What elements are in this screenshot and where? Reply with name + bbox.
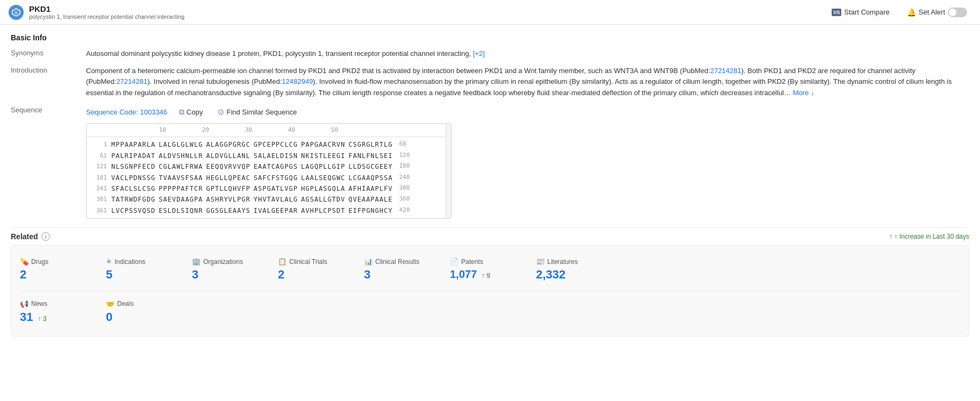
ruler-40: 40 (255, 126, 298, 135)
seq-num-6: 301 (91, 194, 107, 205)
related-title-group: Related i (11, 232, 50, 241)
indications-icon: ✳ (106, 257, 112, 266)
introduction-value: Component of a heteromeric calcium-perme… (86, 66, 969, 99)
news-value: 31 ↑ 3 (20, 310, 97, 324)
sequence-row: Sequence Sequence Code: 1003346 ⧉ Copy ⊙… (11, 105, 969, 219)
stat-news[interactable]: 📢 News 31 ↑ 3 (20, 298, 106, 326)
seq-seg-7-3: GGSGLEAAYS (206, 205, 251, 216)
seq-end-6: 360 (399, 194, 410, 205)
clinical-trials-icon: 📋 (278, 257, 287, 266)
find-similar-icon: ⊙ (218, 106, 224, 118)
seq-end-3: 180 (399, 161, 410, 172)
stat-clinical-trials[interactable]: 📋 Clinical Trials 2 (278, 255, 364, 284)
set-alert-label: Set Alert (919, 8, 945, 16)
header: G PKD1 polycystin 1, transient receptor … (0, 0, 980, 25)
header-left: G PKD1 polycystin 1, transient receptor … (9, 4, 184, 20)
stat-literatures[interactable]: 📰 Literatures 2,332 (536, 255, 622, 284)
patents-icon: 📄 (450, 257, 459, 266)
related-header: Related i ↑ ↑ Increase in Last 30 days (11, 227, 969, 241)
seq-row-1: 1 MPPAAPARLA LALGLGLWLG ALAGGPGRGC GPCEP… (91, 139, 447, 150)
stats-container: 💊 Drugs 2 ✳ Indications 5 🏢 Organization… (11, 245, 969, 336)
seq-seg-3-1: NLSGNPFECD (111, 161, 155, 172)
deals-label: Deals (117, 300, 134, 307)
copy-button[interactable]: ⧉ Copy (176, 105, 206, 119)
seq-seg-3-6: LLDSGCGEEY (348, 161, 392, 172)
ruler-10: 10 (123, 126, 169, 135)
ruler-30: 30 (212, 126, 255, 135)
stat-indications[interactable]: ✳ Indications 5 (106, 255, 192, 284)
introduction-label: Introduction (11, 66, 86, 74)
seq-seg-2-1: PALRIPADAT (111, 151, 155, 161)
seq-seg-6-4: YHVTAVLALG (254, 194, 298, 205)
ruler-20: 20 (169, 126, 212, 135)
introduction-more-link[interactable]: More ↓ (793, 89, 814, 97)
seq-seg-3-4: EAATCAGPGS (254, 161, 298, 172)
sequence-box: 10 20 30 40 50 1 MPPAAPARLA LALGLGLWLG A… (86, 123, 452, 219)
patents-badge: ↑ 9 (482, 272, 490, 280)
organizations-label: Organizations (203, 258, 243, 266)
deals-icon: 🤝 (106, 300, 115, 308)
pubmed-link-1[interactable]: 27214281 (710, 67, 741, 75)
drugs-label-group: 💊 Drugs (20, 257, 97, 266)
seq-end-5: 300 (399, 183, 410, 194)
organizations-value: 3 (192, 268, 269, 282)
stat-deals[interactable]: 🤝 Deals 0 (106, 298, 192, 326)
seq-seg-6-2: SAEVDAAGPA (159, 194, 203, 205)
scrollbar[interactable] (446, 124, 451, 218)
related-info-icon[interactable]: i (41, 232, 50, 241)
seq-num-1: 1 (91, 139, 107, 150)
clinical-results-icon: 📊 (364, 257, 373, 266)
seq-seg-4-4: SAFCFSTGQG (254, 173, 298, 183)
sequence-value: Sequence Code: 1003346 ⧉ Copy ⊙ Find Sim… (86, 105, 969, 219)
clinical-results-label-group: 📊 Clinical Results (364, 257, 441, 266)
seq-num-5: 241 (91, 183, 107, 194)
drugs-label: Drugs (31, 258, 48, 266)
seq-seg-6-5: AGSALLGTDV (301, 194, 345, 205)
seq-end-1: 60 (399, 139, 406, 150)
seq-seg-1-5: PAPGAACRVN (301, 139, 345, 150)
indications-value: 5 (106, 268, 183, 282)
copy-icon: ⧉ (179, 106, 184, 118)
stat-drugs[interactable]: 💊 Drugs 2 (20, 255, 106, 284)
stats-row-2: 📢 News 31 ↑ 3 🤝 Deals 0 (20, 295, 960, 330)
sequence-label: Sequence (11, 105, 86, 114)
synonyms-more-link[interactable]: [+2] (473, 49, 485, 58)
deals-label-group: 🤝 Deals (106, 300, 183, 308)
seq-seg-7-5: AVHPLCPSDT (301, 205, 345, 216)
seq-seg-1-4: GPCEPPCLCG (254, 139, 298, 150)
patents-label-group: 📄 Patents (450, 257, 527, 266)
seq-end-2: 120 (399, 151, 410, 161)
sequence-content[interactable]: 1 MPPAAPARLA LALGLGLWLG ALAGGPGRGC GPCEP… (87, 137, 451, 218)
seq-seg-1-6: CSGRGLRTLG (348, 139, 392, 150)
literatures-label-group: 📰 Literatures (536, 257, 613, 266)
stats-row-1: 💊 Drugs 2 ✳ Indications 5 🏢 Organization… (20, 252, 960, 291)
set-alert-button[interactable]: 🔔 Set Alert (903, 5, 971, 19)
seq-seg-2-2: ALDVSHNLLR (159, 151, 203, 161)
seq-seg-7-1: LVCPSSVQSD (111, 205, 155, 216)
seq-seg-5-2: PPPPPAFTCR (159, 183, 203, 194)
gene-icon: G (9, 5, 24, 20)
seq-row-2: 61 PALRIPADAT ALDVSHNLLR ALDVGLLANL SALA… (91, 151, 447, 161)
seq-seg-2-4: SALAELDISN (254, 151, 298, 161)
gene-name: PKD1 (29, 4, 184, 13)
stat-organizations[interactable]: 🏢 Organizations 3 (192, 255, 278, 284)
seq-seg-3-3: EEQQVRVVQP (206, 161, 251, 172)
start-compare-button[interactable]: VS Start Compare (827, 6, 894, 18)
alert-toggle[interactable] (948, 8, 967, 17)
synonyms-value: Autosomal dominant polycystic kidney dis… (86, 48, 969, 59)
deals-value: 0 (106, 310, 183, 324)
increase-arrow-icon: ↑ (889, 233, 892, 240)
find-similar-button[interactable]: ⊙ Find Similar Sequence (214, 105, 300, 119)
seq-seg-7-4: IVALGEEPAR (254, 205, 298, 216)
pubmed-link-3[interactable]: 12482949 (282, 77, 313, 85)
literatures-label: Literatures (547, 258, 578, 266)
clinical-results-label: Clinical Results (375, 258, 419, 266)
svg-text:G: G (15, 11, 18, 15)
pubmed-link-2[interactable]: 27214281 (116, 77, 147, 85)
sequence-code-link[interactable]: Sequence Code: 1003346 (86, 107, 167, 118)
seq-num-2: 61 (91, 151, 107, 161)
stat-patents[interactable]: 📄 Patents 1,077 ↑ 9 (450, 255, 536, 284)
gene-description: polycystin 1, transient receptor potenti… (29, 13, 184, 20)
increase-label: ↑ ↑ Increase in Last 30 days (889, 233, 969, 240)
stat-clinical-results[interactable]: 📊 Clinical Results 3 (364, 255, 450, 284)
